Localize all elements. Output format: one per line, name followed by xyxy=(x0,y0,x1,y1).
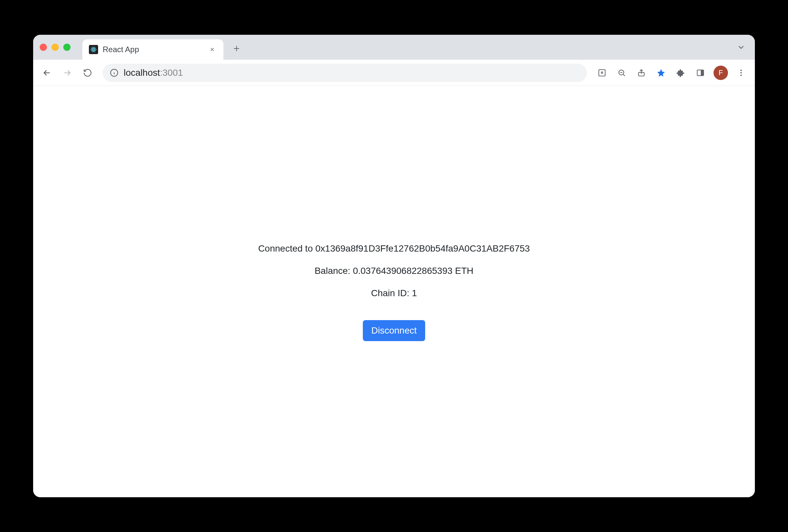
address-bar[interactable]: localhost:3001 xyxy=(103,64,587,82)
browser-toolbar: localhost:3001 F xyxy=(33,60,755,86)
close-window-button[interactable] xyxy=(40,44,47,51)
new-tab-button[interactable] xyxy=(229,41,244,56)
toolbar-actions: F xyxy=(593,64,750,81)
connected-address-text: Connected to 0x1369a8f91D3Ffe12762B0b54f… xyxy=(258,243,530,254)
back-button[interactable] xyxy=(38,64,56,81)
tabs-dropdown-button[interactable] xyxy=(736,43,746,52)
zoom-icon[interactable] xyxy=(613,64,630,81)
bookmark-star-icon[interactable] xyxy=(652,64,670,81)
tab-strip: React App xyxy=(33,35,755,60)
browser-tab[interactable]: React App xyxy=(82,39,223,60)
reload-button[interactable] xyxy=(79,64,96,81)
menu-button[interactable] xyxy=(732,64,750,81)
svg-point-10 xyxy=(741,70,742,71)
forward-button[interactable] xyxy=(59,64,76,81)
site-info-icon[interactable] xyxy=(110,68,118,77)
balance-text: Balance: 0.037643906822865393 ETH xyxy=(315,266,473,276)
disconnect-button[interactable]: Disconnect xyxy=(363,320,426,341)
avatar-initial: F xyxy=(718,68,723,77)
minimize-window-button[interactable] xyxy=(52,44,59,51)
svg-point-11 xyxy=(741,72,742,73)
install-app-icon[interactable] xyxy=(593,64,611,81)
extensions-icon[interactable] xyxy=(672,64,689,81)
svg-point-0 xyxy=(93,49,94,50)
svg-rect-9 xyxy=(701,70,704,75)
close-tab-button[interactable] xyxy=(208,45,217,54)
svg-point-12 xyxy=(741,75,742,76)
browser-window: React App localhost:3001 xyxy=(33,35,755,497)
url-host: localhost xyxy=(124,67,160,78)
side-panel-icon[interactable] xyxy=(692,64,709,81)
url-port: :3001 xyxy=(160,67,183,78)
maximize-window-button[interactable] xyxy=(63,44,71,51)
tab-title: React App xyxy=(103,45,203,54)
chain-id-text: Chain ID: 1 xyxy=(371,288,417,298)
profile-avatar[interactable]: F xyxy=(713,65,728,80)
page-content: Connected to 0x1369a8f91D3Ffe12762B0b54f… xyxy=(33,86,755,497)
url-text: localhost:3001 xyxy=(124,67,580,78)
window-controls xyxy=(40,44,71,51)
share-icon[interactable] xyxy=(633,64,650,81)
react-favicon-icon xyxy=(89,45,98,54)
